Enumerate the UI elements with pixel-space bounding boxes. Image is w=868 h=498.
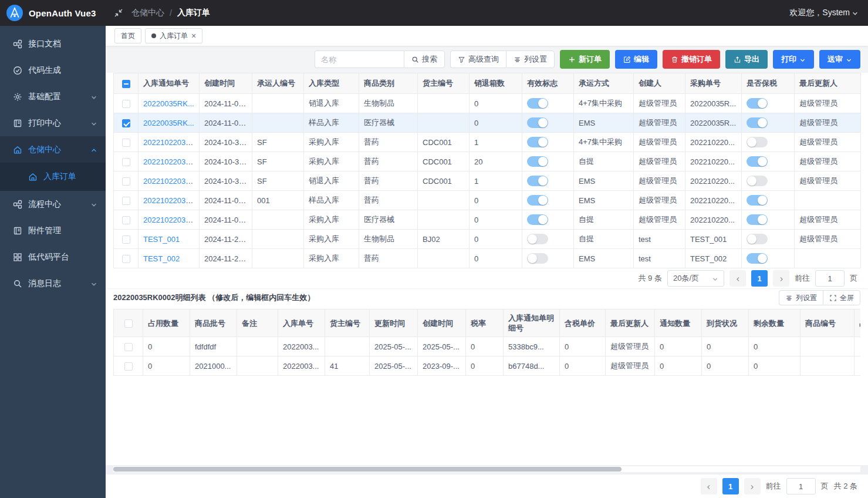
valid-toggle[interactable] xyxy=(527,234,548,244)
orders-table-panel: 入库通知单号创建时间承运人编号入库类型商品类别货主编号销退箱数有效标志承运方式创… xyxy=(106,73,868,268)
row-checkbox[interactable] xyxy=(124,362,133,371)
advanced-query-button[interactable]: 高级查询 xyxy=(450,51,506,68)
column-header: 采购单号 xyxy=(685,73,742,94)
sidebar-item-6[interactable]: 入库订单 xyxy=(0,163,106,191)
prev-page-button[interactable] xyxy=(729,270,746,287)
valid-toggle[interactable] xyxy=(527,214,548,225)
column-settings-button[interactable]: 列设置 xyxy=(506,51,555,68)
bonded-toggle[interactable] xyxy=(747,156,768,167)
order-link[interactable]: TEST_002 xyxy=(143,254,180,263)
valid-toggle[interactable] xyxy=(527,176,548,186)
row-checkbox[interactable] xyxy=(122,235,130,244)
valid-toggle[interactable] xyxy=(527,156,548,167)
detail-column-settings-button[interactable]: 列设置 xyxy=(779,290,823,305)
sidebar-item-4[interactable]: 打印中心 xyxy=(0,110,106,136)
sidebar-item-5[interactable]: 仓储中心 xyxy=(0,136,106,163)
carrier_no-cell xyxy=(252,210,304,230)
goto-page-input[interactable] xyxy=(786,478,816,494)
select-all-checkbox[interactable] xyxy=(124,319,133,328)
print-button[interactable]: 打印 xyxy=(773,50,814,69)
row-checkbox[interactable] xyxy=(122,197,130,205)
goto-page-input[interactable] xyxy=(815,270,845,287)
row-checkbox[interactable] xyxy=(122,100,130,108)
sidebar-item-8[interactable]: 附件管理 xyxy=(0,217,106,244)
sidebar-item-2[interactable]: 代码生成 xyxy=(0,57,106,83)
detail-cell-12: 0 xyxy=(655,337,702,356)
sidebar-item-7[interactable]: 流程中心 xyxy=(0,191,106,217)
order-link[interactable]: 2022102203R... xyxy=(143,138,198,147)
bonded-toggle[interactable] xyxy=(747,234,768,244)
row-select-cell xyxy=(114,356,143,376)
order-link[interactable]: 20220035RK... xyxy=(143,119,194,127)
order-link[interactable]: 2022102203R... xyxy=(143,216,198,224)
bonded-cell xyxy=(742,152,795,171)
row-checkbox[interactable] xyxy=(122,119,130,127)
breadcrumb-parent[interactable]: 仓储中心 xyxy=(131,8,164,18)
prev-page-button[interactable] xyxy=(701,478,717,494)
row-checkbox[interactable] xyxy=(122,158,130,166)
detail-cell-1: 0 xyxy=(143,356,190,376)
bonded-cell xyxy=(742,210,795,230)
order-link[interactable]: 2022102203R... xyxy=(143,157,198,166)
column-header: 商品类别 xyxy=(359,73,418,94)
tab-inbound-orders[interactable]: 入库订单 × xyxy=(145,28,202,43)
carrier_no-cell xyxy=(252,230,304,249)
sidebar-collapse-icon[interactable] xyxy=(114,8,123,18)
select-all-checkbox[interactable] xyxy=(122,80,130,88)
bonded-toggle[interactable] xyxy=(747,214,768,225)
bonded-toggle[interactable] xyxy=(747,253,768,264)
sidebar-item-1[interactable]: 接口文档 xyxy=(0,31,106,57)
bonded-toggle[interactable] xyxy=(747,195,768,206)
row-checkbox[interactable] xyxy=(124,343,133,351)
search-input[interactable] xyxy=(315,51,404,68)
purchase_no-cell: 202210220... xyxy=(685,133,742,152)
horizontal-scrollbar xyxy=(113,466,860,472)
row-checkbox[interactable] xyxy=(122,255,130,263)
created-cell: 2024-11-06 ... xyxy=(200,94,252,113)
creator-cell: 超级管理员 xyxy=(634,113,685,133)
edit-button[interactable]: 编辑 xyxy=(615,50,657,69)
column-header: 是否保税 xyxy=(742,73,795,94)
next-page-button[interactable] xyxy=(744,478,761,494)
fullscreen-button[interactable]: 全屏 xyxy=(823,290,860,305)
scrollbar-thumb[interactable] xyxy=(113,467,622,472)
next-page-button[interactable] xyxy=(773,270,789,287)
close-icon[interactable]: × xyxy=(191,32,196,40)
sidebar-item-10[interactable]: 消息日志 xyxy=(0,270,106,297)
order-link[interactable]: 20220035RK... xyxy=(143,99,194,108)
purchase_no-cell: TEST_001 xyxy=(685,230,742,249)
bonded-toggle[interactable] xyxy=(747,137,768,147)
bonded-toggle[interactable] xyxy=(747,98,768,109)
valid-toggle[interactable] xyxy=(527,137,548,147)
creator-cell: 超级管理员 xyxy=(634,94,685,113)
page-size-select[interactable]: 20条/页 xyxy=(667,270,724,287)
cancel-order-button[interactable]: 撤销订单 xyxy=(663,50,720,69)
order-link[interactable]: 2022102203R... xyxy=(143,177,198,186)
bonded-toggle[interactable] xyxy=(747,176,768,186)
new-order-button[interactable]: 新订单 xyxy=(560,50,610,69)
user-menu[interactable]: 欢迎您，System xyxy=(789,8,868,18)
valid-toggle[interactable] xyxy=(527,117,548,128)
export-button[interactable]: 导出 xyxy=(725,50,768,69)
bonded-toggle[interactable] xyxy=(747,117,768,128)
order-link[interactable]: 2022102203R... xyxy=(143,196,198,205)
creator-cell: 超级管理员 xyxy=(634,191,685,210)
row-checkbox[interactable] xyxy=(122,139,130,147)
page-number[interactable]: 1 xyxy=(722,478,739,494)
valid-toggle[interactable] xyxy=(527,253,548,264)
row-checkbox[interactable] xyxy=(122,177,130,186)
order-link[interactable]: TEST_001 xyxy=(143,235,180,244)
valid-toggle[interactable] xyxy=(527,98,548,109)
page-number[interactable]: 1 xyxy=(751,270,768,287)
approve-button[interactable]: 送审 xyxy=(819,50,860,69)
column-header: 销退箱数 xyxy=(470,73,522,94)
updater-cell: 超级管理员 xyxy=(795,133,861,152)
tab-home[interactable]: 首页 xyxy=(114,28,141,43)
total-count: 共 9 条 xyxy=(638,273,661,284)
row-checkbox[interactable] xyxy=(122,216,130,224)
sidebar-item-9[interactable]: 低代码平台 xyxy=(0,244,106,270)
sidebar-item-3[interactable]: 基础配置 xyxy=(0,83,106,110)
search-button[interactable]: 搜索 xyxy=(404,51,445,68)
valid-toggle[interactable] xyxy=(527,195,548,206)
search-icon xyxy=(13,279,22,288)
